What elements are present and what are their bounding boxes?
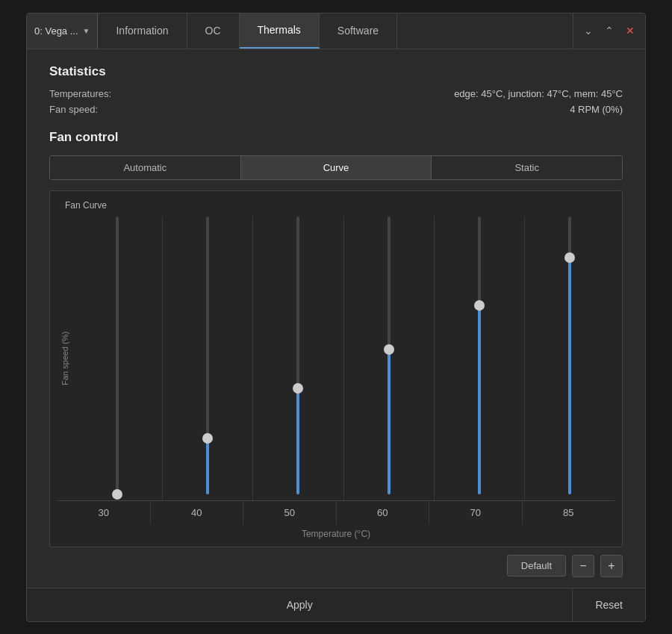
temp-label-row: 304050607085 <box>57 500 615 524</box>
scroll-down-button[interactable]: ⌄ <box>579 22 597 40</box>
tab-thermals[interactable]: Thermals <box>240 13 320 49</box>
slider-fill-60 <box>388 349 391 494</box>
sliders-area <box>72 217 615 500</box>
fan-control-title: Fan control <box>49 130 623 145</box>
slider-col-30 <box>72 217 163 500</box>
slider-thumb-40[interactable] <box>202 433 213 444</box>
temp-label-50: 50 <box>243 501 337 524</box>
slider-track-wrap-50 <box>253 217 343 494</box>
slider-track-wrap-30 <box>72 217 162 494</box>
fan-curve-chart: Fan Curve Fan speed (%) 304050607085 Tem… <box>49 190 623 547</box>
fan-control-section: Fan control Automatic Curve Static Fan C… <box>49 130 623 588</box>
tab-oc[interactable]: OC <box>187 13 240 49</box>
slider-thumb-50[interactable] <box>293 383 303 394</box>
slider-col-50 <box>253 217 343 500</box>
mode-tab-curve[interactable]: Curve <box>240 156 432 179</box>
slider-track-wrap-85 <box>525 217 615 494</box>
tab-spacer <box>397 13 573 49</box>
bottom-controls: Default − + <box>49 547 623 588</box>
slider-thumb-30[interactable] <box>112 489 122 500</box>
slider-col-40 <box>163 217 253 500</box>
slider-fill-85 <box>568 258 571 494</box>
x-axis-label: Temperature (°C) <box>57 524 615 547</box>
reset-button[interactable]: Reset <box>573 588 645 621</box>
plus-button[interactable]: + <box>600 555 623 577</box>
slider-thumb-85[interactable] <box>564 252 575 263</box>
slider-col-60 <box>344 217 435 500</box>
minus-button[interactable]: − <box>572 555 594 577</box>
temperatures-value: edge: 45°C, junction: 47°C, mem: 45°C <box>454 88 623 99</box>
slider-col-70 <box>435 217 525 500</box>
fan-speed-row: Fan speed: 4 RPM (0%) <box>49 104 623 115</box>
scroll-up-button[interactable]: ⌃ <box>600 22 618 40</box>
slider-track-wrap-40 <box>163 217 252 494</box>
slider-col-85 <box>525 217 615 500</box>
slider-track-wrap-60 <box>344 217 434 494</box>
fan-speed-label: Fan speed: <box>49 104 98 115</box>
slider-thumb-60[interactable] <box>384 344 394 355</box>
gpu-label: 0: Vega ... <box>34 25 78 37</box>
temperatures-row: Temperatures: edge: 45°C, junction: 47°C… <box>49 88 623 99</box>
tab-controls: ⌄ ⌃ ✕ <box>573 13 645 49</box>
fan-speed-value: 4 RPM (0%) <box>570 104 623 115</box>
tab-software[interactable]: Software <box>320 13 397 49</box>
slider-fill-50 <box>296 388 299 494</box>
action-bar: Apply Reset <box>27 588 645 621</box>
close-button[interactable]: ✕ <box>621 22 639 40</box>
y-axis-label: Fan speed (%) <box>57 217 72 500</box>
temp-label-85: 85 <box>523 501 615 524</box>
content-area: Statistics Temperatures: edge: 45°C, jun… <box>27 49 645 588</box>
tab-information[interactable]: Information <box>98 13 187 49</box>
statistics-section: Statistics Temperatures: edge: 45°C, jun… <box>49 64 623 115</box>
slider-fill-40 <box>206 438 209 494</box>
mode-tab-static[interactable]: Static <box>431 156 622 179</box>
mode-tab-automatic[interactable]: Automatic <box>50 156 240 179</box>
chart-title: Fan Curve <box>57 200 615 211</box>
temp-label-60: 60 <box>337 501 430 524</box>
slider-thumb-70[interactable] <box>474 300 485 311</box>
temp-label-70: 70 <box>429 501 523 524</box>
temperatures-label: Temperatures: <box>49 88 111 99</box>
mode-tabs: Automatic Curve Static <box>49 155 623 180</box>
slider-track-30 <box>116 217 119 494</box>
statistics-title: Statistics <box>49 64 623 79</box>
slider-fill-70 <box>478 305 481 494</box>
tab-gpu[interactable]: 0: Vega ... ▼ <box>27 13 98 49</box>
apply-button[interactable]: Apply <box>27 588 573 621</box>
tab-bar: 0: Vega ... ▼ Information OC Thermals So… <box>27 13 645 49</box>
chevron-down-icon: ▼ <box>83 27 90 35</box>
default-button[interactable]: Default <box>507 555 566 576</box>
slider-track-wrap-70 <box>435 217 524 494</box>
chart-inner: Fan speed (%) <box>57 217 615 500</box>
temp-label-30: 30 <box>57 501 151 524</box>
temp-label-40: 40 <box>151 501 244 524</box>
main-window: 0: Vega ... ▼ Information OC Thermals So… <box>26 13 646 622</box>
